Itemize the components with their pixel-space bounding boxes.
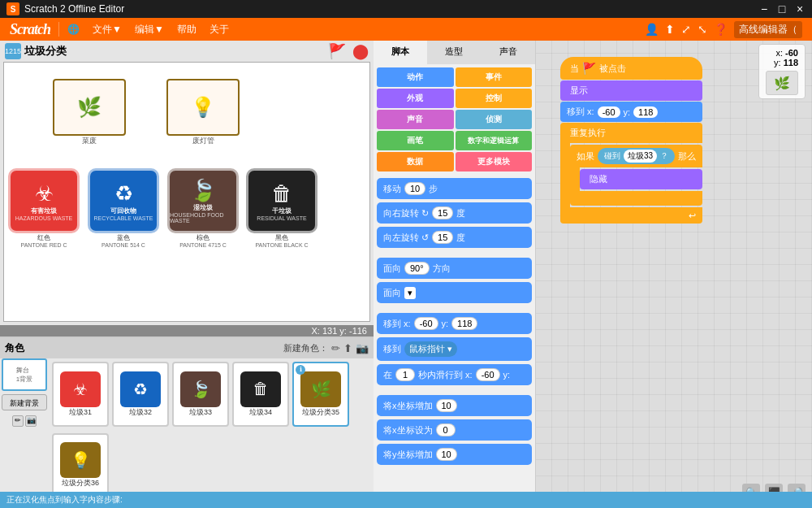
cat-data[interactable]: 数据 [377,152,454,172]
if-header[interactable]: 如果 碰到 垃圾33 ？ 那么 [570,145,702,167]
block-turn-left[interactable]: 向左旋转 ↺ 15 度 [377,227,532,248]
sprite-item-32[interactable]: ♻ 垃圾32 [112,362,169,427]
cat-sensing[interactable]: 侦测 [456,110,533,129]
block-glide-x-input[interactable]: -60 [476,368,500,381]
block-goto-y-input[interactable]: 118 [451,317,477,330]
block-face-toward-dropdown[interactable]: ▾ [404,287,416,299]
block-change-x[interactable]: 将x坐标增加 10 [377,395,532,416]
sprite-item-36[interactable]: 💡 垃圾分类36 [52,433,109,498]
block-hide[interactable]: 隐藏 [580,169,702,189]
script-canvas[interactable]: x: -60 y: 118 🌿 当 🚩 被点击 显示 移到 x: -6 [536,41,812,508]
script-goto-xy[interactable]: 移到 x: -60 y: 118 [560,102,702,122]
stage-title-bar: 1215 垃圾分类 🚩 ⬤ [0,41,374,62]
harmful-en: HAZARDOUS WASTE [15,215,73,221]
sprite-36-name: 垃圾分类36 [62,478,99,488]
sprites-header: 角色 新建角色： ✏ ⬆ 📷 [0,338,374,358]
wet-symbol: 🍃 [190,178,216,203]
stage-thumbnail[interactable]: 舞台1背景 [2,358,47,391]
block-face-dir-input[interactable]: 90° [404,262,430,275]
block-glide-time-input[interactable]: 1 [395,368,415,381]
tab-costumes[interactable]: 造型 [427,41,481,64]
block-goto-pointer[interactable]: 移到 鼠标指针 ▾ [377,337,532,361]
block-move-input[interactable]: 10 [404,182,425,195]
block-set-x[interactable]: 将x坐标设为 0 [377,419,532,441]
if-body: 隐藏 [580,167,702,191]
block-show[interactable]: 显示 [560,80,702,101]
coord-x: x: -60 [775,48,798,58]
block-goto-pointer-dropdown[interactable]: 鼠标指针 ▾ [404,341,457,357]
bg-paint-btn[interactable]: ✏ [12,415,24,427]
sprite-list: ☣ 垃圾31 ♻ 垃圾32 🍃 垃圾33 [49,358,374,504]
maximize-button[interactable]: □ [776,3,788,15]
block-move[interactable]: 移动 10 步 [377,178,532,199]
block-change-y-input[interactable]: 10 [436,448,457,461]
gap2 [377,306,532,313]
block-face-toward[interactable]: 面向 ▾ [377,282,532,303]
menu-about[interactable]: 关于 [203,20,235,40]
script-x-val[interactable]: -60 [598,106,620,118]
bg-camera-btn[interactable]: 📷 [25,415,37,427]
minimize-button[interactable]: − [758,3,770,15]
new-bg-btn[interactable]: 新建背景 [2,394,47,410]
block-change-x-input[interactable]: 10 [436,399,457,412]
sprite-35-info[interactable]: ℹ [296,365,305,375]
sprite-item-31[interactable]: ☣ 垃圾31 [52,362,109,427]
help-icon[interactable]: ❓ [714,23,728,36]
wet-icon: 🍃 湿垃圾 HOUSEHOLD FOOD WASTE [167,168,239,233]
sprite-36-thumb: 💡 [60,442,101,478]
paint-sprite-btn[interactable]: ✏ [331,342,340,354]
sprite-32-name: 垃圾32 [129,407,152,418]
dry-color-label: 黑色 [275,233,288,242]
sprite-coord-display: x: -60 y: 118 🌿 [758,44,806,99]
menu-globe[interactable]: 🌐 [61,20,86,38]
menu-file[interactable]: 文件▼ [86,20,128,40]
cat-sound[interactable]: 声音 [377,110,454,129]
if-inner: 隐藏 [570,167,702,191]
menu-help[interactable]: 帮助 [171,20,203,40]
stage-canvas: 🌿 菜废 💡 废灯管 ☣ 有害垃圾 HAZARDOUS WASTE 红色 PAN… [3,62,370,322]
repeat-left-arm [560,143,570,207]
menu-edit[interactable]: 编辑▼ [128,20,171,40]
sprite-35-name: 垃圾分类35 [302,407,339,418]
block-set-x-input[interactable]: 0 [436,423,456,436]
block-turn-right-input[interactable]: 15 [432,206,453,219]
cat-looks[interactable]: 外观 [377,89,454,108]
stage-icon: 1215 [5,43,21,59]
hat-block[interactable]: 当 🚩 被点击 [560,57,702,80]
dry-symbol: 🗑 [271,181,292,206]
block-turn-left-input[interactable]: 15 [432,231,453,244]
if-target[interactable]: 垃圾33 [624,150,657,163]
upload-icon[interactable]: ⬆ [665,23,675,36]
user-icon[interactable]: 👤 [645,23,659,36]
sprite-item-35[interactable]: ℹ 🌿 垃圾分类35 [292,362,349,427]
sprite-item-34[interactable]: 🗑 垃圾34 [232,362,289,427]
cat-more[interactable]: 更多模块 [456,152,533,172]
green-flag-button[interactable]: 🚩 [328,42,346,60]
cat-pen[interactable]: 画笔 [377,131,454,150]
block-glide[interactable]: 在 1 秒内滑行到 x: -60 y: [377,364,532,385]
cat-operators[interactable]: 数字和逻辑运算 [456,131,533,150]
block-goto-x-input[interactable]: -60 [414,317,438,330]
block-change-y[interactable]: 将y坐标增加 10 [377,444,532,465]
cat-events[interactable]: 事件 [456,67,533,87]
cat-control[interactable]: 控制 [456,89,533,108]
tab-scripts[interactable]: 脚本 [374,41,427,64]
script-y-val[interactable]: 118 [633,106,658,118]
waste-recyclable: ♻ 可回收物 RECYCLABLE WASTE 蓝色 PANTONE 514 C [88,168,159,248]
camera-sprite-btn[interactable]: 📷 [356,342,369,354]
upload-sprite-btn[interactable]: ⬆ [343,342,352,354]
sprite-item-33[interactable]: 🍃 垃圾33 [172,362,229,427]
cat-motion[interactable]: 动作 [377,67,454,87]
if-condition[interactable]: 碰到 垃圾33 ？ [598,148,675,164]
block-goto-xy[interactable]: 移到 x: -60 y: 118 [377,313,532,334]
close-button[interactable]: × [794,3,806,15]
expand-icon[interactable]: ⤢ [681,23,691,36]
sprite-31-name: 垃圾31 [69,407,92,418]
tab-sounds[interactable]: 声音 [482,41,535,64]
block-turn-right[interactable]: 向右旋转 ↻ 15 度 [377,202,532,224]
stop-button[interactable]: ⬤ [352,42,369,60]
repeat-header[interactable]: 重复执行 [560,123,702,143]
shrink-icon[interactable]: ⤡ [698,23,707,36]
block-face-dir[interactable]: 面向 90° 方向 [377,258,532,279]
script-stack: 当 🚩 被点击 显示 移到 x: -60 y: 118 重复执行 [560,57,702,224]
